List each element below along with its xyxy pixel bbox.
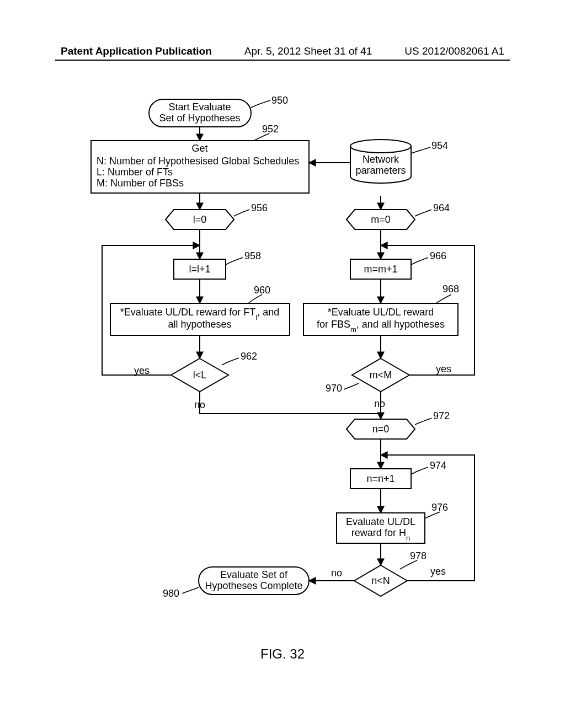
svg-text:956: 956 (251, 202, 268, 213)
svg-text:l=0: l=0 (193, 214, 207, 225)
node-958-inc-l: l=l+1 958 (174, 250, 261, 279)
node-950-start: Start Evaluate Set of Hypotheses 950 (149, 95, 288, 127)
node-962-test-l: l<L 962 (171, 351, 257, 392)
svg-text:Evaluate Set of: Evaluate Set of (220, 569, 288, 580)
flowchart: Start Evaluate Set of Hypotheses 950 Get… (72, 94, 502, 645)
svg-text:all hypotheses: all hypotheses (168, 319, 231, 330)
page: Patent Application Publication Apr. 5, 2… (0, 0, 565, 728)
svg-text:l=l+1: l=l+1 (189, 264, 210, 275)
svg-text:N: Number of Hypothesised Glob: N: Number of Hypothesised Global Schedul… (97, 156, 299, 167)
svg-text:970: 970 (326, 383, 342, 394)
svg-text:Get: Get (191, 143, 207, 154)
header-rule (55, 60, 510, 61)
svg-text:976: 976 (431, 502, 448, 513)
svg-text:952: 952 (262, 124, 279, 135)
svg-text:Hypotheses Complete: Hypotheses Complete (205, 580, 302, 591)
node-972-init-n: n=0 972 (347, 410, 450, 439)
header-right: US 2012/0082061 A1 (404, 45, 504, 57)
label-978-no: no (331, 568, 342, 579)
svg-text:Network: Network (363, 154, 399, 165)
node-976-eval-h: Evaluate UL/DL reward for Hn 976 (337, 502, 448, 543)
svg-text:962: 962 (241, 351, 257, 362)
page-header: Patent Application Publication Apr. 5, 2… (61, 45, 504, 57)
node-954-db: Network parameters 954 (350, 140, 448, 183)
svg-text:l<L: l<L (193, 370, 207, 381)
svg-text:964: 964 (433, 202, 450, 213)
node-956-init-l: l=0 956 (166, 202, 268, 229)
svg-text:978: 978 (410, 550, 427, 561)
node-978-test-n: n<N 978 (354, 550, 427, 596)
svg-text:m<M: m<M (370, 370, 392, 381)
header-left: Patent Application Publication (61, 45, 212, 57)
svg-text:Start Evaluate: Start Evaluate (168, 101, 231, 113)
svg-text:960: 960 (254, 285, 270, 296)
svg-text:980: 980 (163, 588, 179, 599)
label-970-no: no (374, 398, 385, 409)
node-966-inc-m: m=m+1 966 (350, 250, 446, 279)
svg-text:974: 974 (430, 460, 446, 471)
svg-text:*Evaluate UL/DL reward: *Evaluate UL/DL reward (328, 307, 434, 318)
svg-text:n<N: n<N (371, 575, 390, 586)
node-964-init-m: m=0 964 (347, 202, 450, 229)
svg-text:954: 954 (431, 140, 448, 151)
svg-text:972: 972 (433, 410, 450, 421)
svg-text:958: 958 (244, 250, 261, 261)
node-968-eval-fbs: *Evaluate UL/DL reward for FBSm, and all… (303, 283, 459, 335)
svg-text:968: 968 (443, 283, 459, 295)
svg-text:Set of Hypotheses: Set of Hypotheses (159, 113, 240, 124)
svg-text:m=0: m=0 (371, 214, 391, 225)
svg-text:M: Number of FBSs: M: Number of FBSs (97, 178, 184, 189)
svg-text:950: 950 (271, 95, 288, 106)
node-980-complete: Evaluate Set of Hypotheses Complete 980 (163, 567, 309, 599)
label-978-yes: yes (430, 566, 446, 577)
node-970-test-m: m<M 970 (326, 358, 409, 394)
svg-text:parameters: parameters (355, 165, 406, 176)
svg-text:n=0: n=0 (372, 424, 390, 435)
label-970-yes: yes (436, 363, 451, 374)
header-center: Apr. 5, 2012 Sheet 31 of 41 (244, 45, 372, 57)
figure-caption: FIG. 32 (0, 646, 565, 662)
svg-text:L: Number of FTs: L: Number of FTs (97, 167, 173, 178)
svg-text:n=n+1: n=n+1 (366, 473, 395, 484)
svg-text:m=m+1: m=m+1 (364, 264, 397, 275)
node-974-inc-n: n=n+1 974 (350, 460, 446, 489)
svg-text:966: 966 (430, 250, 446, 261)
svg-text:Evaluate UL/DL: Evaluate UL/DL (346, 516, 415, 527)
